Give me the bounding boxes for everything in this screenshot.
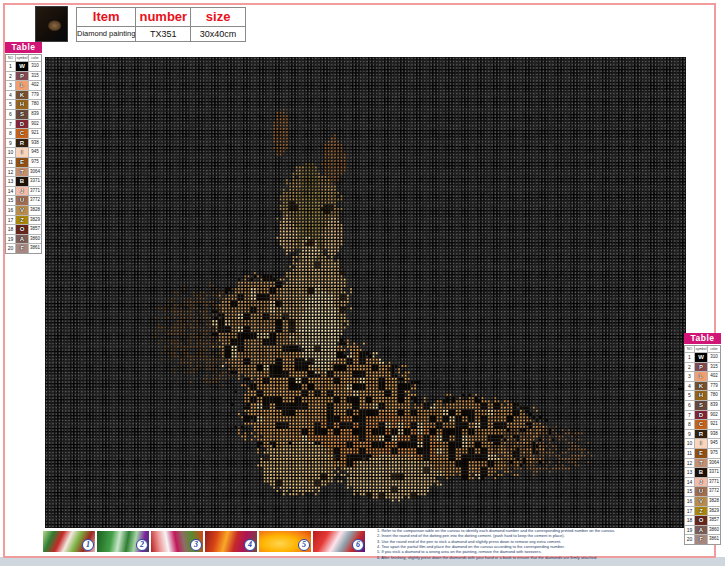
row-number: 19 [6, 235, 16, 244]
color-code: 3064 [708, 459, 720, 468]
table-row: 2P315 [685, 362, 720, 372]
row-number: 15 [685, 487, 695, 496]
table-row: 4K779 [6, 90, 41, 100]
color-code: 310 [29, 62, 41, 71]
row-number: 7 [6, 120, 16, 129]
symbol-letter: F [16, 244, 28, 253]
color-swatch: B [695, 468, 708, 477]
row-number: 8 [685, 420, 695, 429]
color-swatch: I [695, 439, 708, 448]
color-code: 975 [708, 449, 720, 458]
color-swatch: E [695, 449, 708, 458]
symbol-letter: Z [695, 507, 707, 516]
color-code: 839 [29, 110, 41, 119]
symbol-letter: S [695, 401, 707, 410]
table-row: 8C921 [685, 419, 720, 429]
color-code: 3829 [29, 216, 41, 225]
color-swatch: V [695, 497, 708, 506]
table-row: 20F3861 [6, 243, 41, 253]
table-row: 14J3771 [6, 186, 41, 196]
step-number-badge: 6 [352, 539, 364, 551]
row-number: 19 [685, 526, 695, 535]
color-code: 780 [29, 100, 41, 109]
step-photo-1: 1 [42, 530, 96, 553]
color-swatch: W [695, 353, 708, 362]
table-header-cell: color [29, 55, 41, 61]
symbol-letter: O [16, 225, 28, 234]
table-row: 2P315 [6, 71, 41, 81]
row-number: 3 [6, 81, 16, 90]
row-number: 5 [6, 100, 16, 109]
step-number-badge: 3 [190, 539, 202, 551]
color-code: 945 [29, 148, 41, 157]
item-info-table: ItemDiamond paintingnumberTX351size30x40… [76, 7, 246, 42]
symbol-letter: D [695, 411, 707, 420]
color-code: 402 [708, 372, 720, 381]
color-swatch: S [695, 401, 708, 410]
table-row: 3L402 [6, 80, 41, 90]
row-number: 17 [6, 216, 16, 225]
table-header-cell: NO [685, 346, 695, 352]
row-number: 10 [6, 148, 16, 157]
table-row: 19A3860 [6, 234, 41, 244]
table-header-cell: NO [6, 55, 16, 61]
color-swatch: A [695, 526, 708, 535]
color-swatch: J [16, 187, 29, 196]
symbol-letter: P [16, 72, 28, 81]
color-code: 938 [29, 139, 41, 148]
info-label: number [136, 8, 190, 27]
symbol-letter: L [16, 81, 28, 90]
color-table-left: TableNOsymbolcolor1W3102P3153L4024K7795H… [5, 42, 42, 254]
symbol-letter: T [695, 459, 707, 468]
symbol-letter: U [695, 487, 707, 496]
color-code: 780 [708, 391, 720, 400]
table-header-row: NOsymbolcolor [685, 346, 720, 352]
color-table-right: TableNOsymbolcolor1W3102P3153L4024K7795H… [684, 333, 721, 545]
color-code: 3860 [708, 526, 720, 535]
table-row: 16V3828 [685, 496, 720, 506]
table-row: 17Z3829 [6, 215, 41, 225]
table-row: 15U3772 [6, 195, 41, 205]
row-number: 9 [685, 430, 695, 439]
table-row: 13B3371 [685, 467, 720, 477]
color-code: 902 [29, 120, 41, 129]
color-code: 902 [708, 411, 720, 420]
row-number: 6 [685, 401, 695, 410]
color-code: 402 [29, 81, 41, 90]
symbol-letter: U [16, 196, 28, 205]
row-number: 2 [6, 72, 16, 81]
table-row: 10I945 [685, 438, 720, 448]
color-code: 921 [708, 420, 720, 429]
color-code: 3771 [708, 478, 720, 487]
table-row: 16V3828 [6, 205, 41, 215]
symbol-letter: R [16, 139, 28, 148]
table-row: 15U3772 [685, 486, 720, 496]
table-row: 3L402 [685, 371, 720, 381]
color-swatch: P [695, 363, 708, 372]
table-row: 9R938 [685, 429, 720, 439]
row-number: 15 [6, 196, 16, 205]
table-row: 5H780 [685, 390, 720, 400]
step-number-badge: 5 [298, 539, 310, 551]
table-row: 12T3064 [685, 458, 720, 468]
table-row: 10I945 [6, 147, 41, 157]
color-code: 310 [708, 353, 720, 362]
table-row: 20F3861 [685, 534, 720, 544]
row-number: 20 [6, 244, 16, 253]
color-swatch: W [16, 62, 29, 71]
color-swatch: I [16, 148, 29, 157]
color-swatch: V [16, 206, 29, 215]
table-row: 7D902 [685, 410, 720, 420]
process-steps: 123456 [42, 530, 366, 554]
step-photo-3: 3 [150, 530, 204, 553]
step-photo-6: 6 [312, 530, 366, 553]
row-number: 4 [685, 382, 695, 391]
row-number: 20 [685, 535, 695, 544]
color-swatch: R [695, 430, 708, 439]
table-row: 18O3857 [6, 224, 41, 234]
symbol-letter: B [695, 468, 707, 477]
color-swatch: F [16, 244, 29, 253]
table-row: 7D902 [6, 119, 41, 129]
info-col-size: size30x40cm [190, 8, 245, 41]
row-number: 13 [685, 468, 695, 477]
